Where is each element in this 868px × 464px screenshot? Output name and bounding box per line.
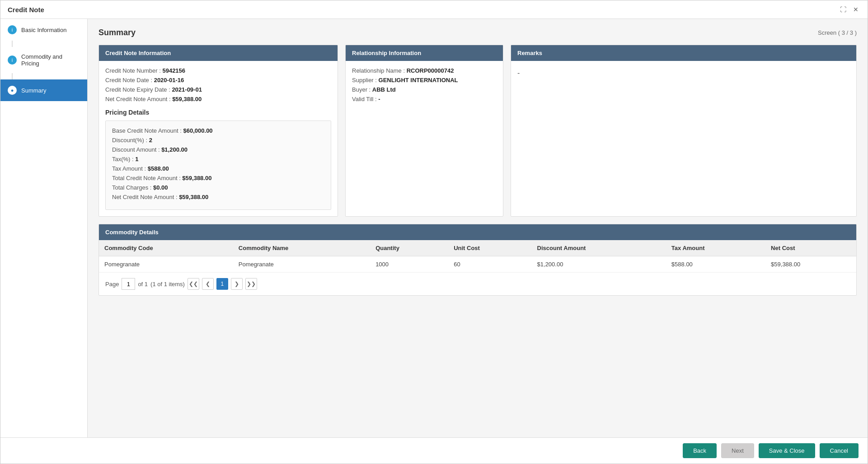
total-credit-note-amount-row: Total Credit Note Amount : $59,388.00 xyxy=(112,175,324,181)
buyer-row: Buyer : ABB Ltd xyxy=(352,86,497,93)
discount-amount-value: $1,200.00 xyxy=(161,146,188,153)
buyer-label: Buyer : xyxy=(352,86,372,93)
credit-note-info-card: Credit Note Information Credit Note Numb… xyxy=(99,45,338,217)
cell-quantity: 1000 xyxy=(370,256,448,273)
sidebar-item-commodity-pricing[interactable]: i Commodity and Pricing xyxy=(0,47,87,73)
page-label: Page xyxy=(105,281,119,288)
credit-note-expiry-row: Credit Note Expiry Date : 2021-09-01 xyxy=(105,86,331,93)
tax-pct-row: Tax(%) : 1 xyxy=(112,156,324,162)
pricing-details-title: Pricing Details xyxy=(105,109,331,116)
valid-till-row: Valid Till : - xyxy=(352,96,497,102)
sidebar-item-basic-information[interactable]: i Basic Information xyxy=(0,19,87,41)
sidebar-divider-2 xyxy=(12,73,13,79)
commodity-details-section: Commodity Details Commodity Code Commodi… xyxy=(99,224,857,296)
commodity-table: Commodity Code Commodity Name Quantity U… xyxy=(99,240,856,273)
main-layout: i Basic Information i Commodity and Pric… xyxy=(0,19,868,437)
supplier-label: Supplier : xyxy=(352,77,379,84)
step-icon-1: i xyxy=(8,25,17,34)
table-row: Pomegranate Pomegranate 1000 60 $1,200.0… xyxy=(99,256,856,273)
valid-till-value: - xyxy=(378,96,380,102)
maximize-icon[interactable]: ⛶ xyxy=(839,5,848,14)
credit-note-number-value: 5942156 xyxy=(162,67,185,74)
cancel-button[interactable]: Cancel xyxy=(820,443,859,458)
pricing-box: Base Credit Note Amount : $60,000.00 Dis… xyxy=(105,121,331,210)
net-credit-note-amount-row: Net Credit Note Amount : $59,388.00 xyxy=(105,96,331,102)
remarks-card: Remarks - xyxy=(511,45,857,217)
cell-discount-amount: $1,200.00 xyxy=(532,256,666,273)
window: Credit Note ⛶ ✕ i Basic Information i Co… xyxy=(0,0,868,464)
table-header-row: Commodity Code Commodity Name Quantity U… xyxy=(99,240,856,256)
credit-note-expiry-value: 2021-09-01 xyxy=(172,86,202,93)
supplier-value: GENLIGHT INTERNATIONAL xyxy=(379,77,458,84)
next-page-btn[interactable]: ❯ xyxy=(231,278,243,290)
relationship-info-body: Relationship Name : RCORP00000742 Suppli… xyxy=(346,61,503,111)
net-credit-note-amount-pricing-row: Net Credit Note Amount : $59,388.00 xyxy=(112,194,324,200)
cell-tax-amount: $588.00 xyxy=(666,256,765,273)
credit-note-info-header: Credit Note Information xyxy=(99,45,338,61)
window-title: Credit Note xyxy=(8,6,44,14)
step-icon-2: i xyxy=(8,56,17,65)
tax-amount-value: $588.00 xyxy=(148,165,169,172)
credit-note-number-label: Credit Note Number : xyxy=(105,67,162,74)
pagination: Page of 1 (1 of 1 items) ❮❮ ❮ 1 ❯ ❯❯ xyxy=(99,273,856,295)
relationship-info-card: Relationship Information Relationship Na… xyxy=(345,45,503,217)
sidebar: i Basic Information i Commodity and Pric… xyxy=(0,19,88,437)
remarks-value: - xyxy=(517,67,850,79)
tax-pct-value: 1 xyxy=(135,156,138,162)
relationship-name-label: Relationship Name : xyxy=(352,67,407,74)
cards-row: Credit Note Information Credit Note Numb… xyxy=(99,45,857,217)
discount-amount-row: Discount Amount : $1,200.00 xyxy=(112,146,324,153)
close-icon[interactable]: ✕ xyxy=(851,5,860,14)
save-close-button[interactable]: Save & Close xyxy=(759,443,815,458)
total-credit-note-value: $59,388.00 xyxy=(182,175,211,181)
sidebar-label-commodity-pricing: Commodity and Pricing xyxy=(21,53,80,67)
discount-pct-value: 2 xyxy=(149,137,152,144)
col-net-cost: Net Cost xyxy=(765,240,856,256)
discount-pct-label: Discount(%) : xyxy=(112,137,149,144)
commodity-details-header: Commodity Details xyxy=(99,224,856,240)
buyer-value: ABB Ltd xyxy=(372,86,396,93)
tax-amount-label: Tax Amount : xyxy=(112,165,148,172)
of-label: of 1 xyxy=(138,281,148,288)
content-area: Summary Screen ( 3 / 3 ) Credit Note Inf… xyxy=(88,19,868,437)
relationship-name-row: Relationship Name : RCORP00000742 xyxy=(352,67,497,74)
cell-commodity-code: Pomegranate xyxy=(99,256,233,273)
page-input[interactable] xyxy=(122,278,135,290)
net-credit-note-pricing-value: $59,388.00 xyxy=(179,194,208,200)
first-page-btn[interactable]: ❮❮ xyxy=(188,278,199,290)
items-label: (1 of 1 items) xyxy=(150,281,185,288)
total-credit-note-label: Total Credit Note Amount : xyxy=(112,175,182,181)
next-button: Next xyxy=(721,443,754,458)
step-icon-3: ● xyxy=(8,86,17,95)
back-button[interactable]: Back xyxy=(683,443,717,458)
discount-pct-row: Discount(%) : 2 xyxy=(112,137,324,144)
sidebar-divider-1 xyxy=(12,41,13,47)
credit-note-expiry-label: Credit Note Expiry Date : xyxy=(105,86,172,93)
credit-note-date-label: Credit Note Date : xyxy=(105,77,154,84)
relationship-name-value: RCORP00000742 xyxy=(407,67,454,74)
col-discount-amount: Discount Amount xyxy=(532,240,666,256)
last-page-btn[interactable]: ❯❯ xyxy=(245,278,257,290)
sidebar-label-basic-information: Basic Information xyxy=(21,27,66,33)
tax-pct-label: Tax(%) : xyxy=(112,156,135,162)
col-quantity: Quantity xyxy=(370,240,448,256)
content-header: Summary Screen ( 3 / 3 ) xyxy=(99,28,857,37)
net-credit-note-amount-value: $59,388.00 xyxy=(172,96,202,102)
credit-note-number-row: Credit Note Number : 5942156 xyxy=(105,67,331,74)
col-commodity-name: Commodity Name xyxy=(233,240,370,256)
total-charges-value: $0.00 xyxy=(153,184,168,191)
cell-commodity-name: Pomegranate xyxy=(233,256,370,273)
current-page-btn[interactable]: 1 xyxy=(216,278,228,290)
base-amount-label: Base Credit Note Amount : xyxy=(112,127,183,134)
prev-page-btn[interactable]: ❮ xyxy=(202,278,214,290)
col-unit-cost: Unit Cost xyxy=(448,240,531,256)
credit-note-date-value: 2020-01-16 xyxy=(154,77,184,84)
col-tax-amount: Tax Amount xyxy=(666,240,765,256)
window-controls: ⛶ ✕ xyxy=(839,5,860,14)
net-credit-note-amount-label: Net Credit Note Amount : xyxy=(105,96,172,102)
sidebar-item-summary[interactable]: ● Summary xyxy=(0,79,87,101)
total-charges-row: Total Charges : $0.00 xyxy=(112,184,324,191)
remarks-body: - xyxy=(511,61,856,85)
net-credit-note-pricing-label: Net Credit Note Amount : xyxy=(112,194,179,200)
base-amount-value: $60,000.00 xyxy=(183,127,213,134)
